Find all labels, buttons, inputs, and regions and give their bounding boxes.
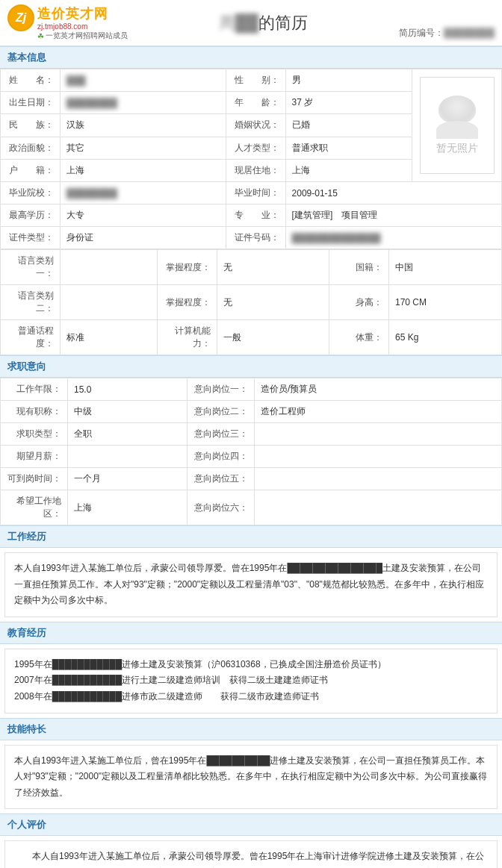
basic-info-table-2: 语言类别一： 掌握程度： 无 国籍： 中国 语言类别二： 掌握程度： 无 身高：… bbox=[0, 249, 502, 355]
skills-content: 本人自1993年进入某施工单位后，曾在1995年在██████████进修土建及… bbox=[4, 745, 498, 810]
label-computer: 计算机能力： bbox=[158, 320, 217, 355]
section-basic-info: 基本信息 bbox=[0, 46, 502, 69]
value-marital: 已婚 bbox=[285, 114, 412, 137]
value-prof2: 无 bbox=[217, 285, 329, 320]
label-gender: 性 别： bbox=[226, 69, 285, 92]
basic-info-table: 姓 名： ███ 性 别： 男 暂无照片 出生日期： ████████ 年 龄：… bbox=[0, 69, 502, 249]
value-gender: 男 bbox=[285, 69, 412, 92]
label-type: 求职类型： bbox=[1, 423, 68, 446]
value-avail: 一个月 bbox=[68, 468, 188, 490]
value-pos3 bbox=[255, 423, 502, 446]
label-school: 毕业院校： bbox=[1, 182, 61, 204]
label-pos1: 意向岗位一： bbox=[188, 378, 255, 401]
value-years: 15.0 bbox=[68, 378, 188, 401]
label-huji: 户 籍： bbox=[1, 159, 61, 181]
value-politic: 其它 bbox=[61, 137, 226, 159]
edu-exp-content: 1995年在███████████进修土建及安装预算（沪06310368，已换成… bbox=[4, 649, 498, 714]
label-reside: 现居住地： bbox=[226, 159, 285, 181]
photo-cell: 暂无照片 bbox=[412, 69, 502, 182]
label-name: 姓 名： bbox=[1, 69, 61, 92]
value-talent: 普通求职 bbox=[285, 137, 412, 159]
value-huji: 上海 bbox=[61, 159, 226, 181]
value-lang1 bbox=[61, 250, 158, 285]
label-pos5: 意向岗位五： bbox=[188, 468, 255, 490]
photo-placeholder: 暂无照片 bbox=[420, 77, 495, 174]
value-mandarin: 标准 bbox=[61, 320, 158, 355]
label-pos3: 意向岗位三： bbox=[188, 423, 255, 446]
value-height: 170 CM bbox=[389, 285, 502, 320]
value-weight: 65 Kg bbox=[389, 320, 502, 355]
label-marital: 婚姻状况： bbox=[226, 114, 285, 137]
value-title: 中级 bbox=[68, 401, 188, 423]
value-gradtime: 2009-01-15 bbox=[285, 182, 501, 204]
logo-tagline: ☘一览英才网招聘网站成员 bbox=[37, 31, 128, 41]
label-prof2: 掌握程度： bbox=[158, 285, 217, 320]
label-idtype: 证件类型： bbox=[1, 227, 61, 249]
value-pos2: 造价工程师 bbox=[255, 401, 502, 423]
label-pos4: 意向岗位四： bbox=[188, 446, 255, 468]
value-pos4 bbox=[255, 446, 502, 468]
leaf-icon: ☘ bbox=[37, 32, 44, 40]
self-eval-content: 本人自1993年进入某施工单位后，承蒙公司领导厚爱。曾在1995年在上海审计进修… bbox=[4, 840, 498, 868]
value-pos5 bbox=[255, 468, 502, 490]
work-exp-content: 本人自1993年进入某施工单位后，承蒙公司领导厚爱。曾在1995年在██████… bbox=[4, 552, 498, 617]
value-nation: 中国 bbox=[389, 250, 502, 285]
label-title: 现有职称： bbox=[1, 401, 68, 423]
value-name: ███ bbox=[61, 69, 226, 92]
value-salary bbox=[68, 446, 188, 468]
label-major: 专 业： bbox=[226, 204, 285, 227]
label-edu: 最高学历： bbox=[1, 204, 61, 227]
page-header: Zj 造价英才网 zj.tmjob88.com ☘一览英才网招聘网站成员 周██… bbox=[0, 0, 502, 46]
value-idtype: 身份证 bbox=[61, 227, 226, 249]
value-pos6 bbox=[255, 490, 502, 525]
value-birth: ████████ bbox=[61, 92, 226, 114]
value-ethnic: 汉族 bbox=[61, 114, 226, 137]
label-politic: 政治面貌： bbox=[1, 137, 61, 159]
value-school: ████████ bbox=[61, 182, 226, 204]
value-reside: 上海 bbox=[285, 159, 412, 181]
logo-title: 造价英才网 bbox=[37, 4, 128, 22]
value-age: 37 岁 bbox=[285, 92, 412, 114]
label-loc: 希望工作地区： bbox=[1, 490, 68, 525]
value-prof1: 无 bbox=[217, 250, 329, 285]
section-edu-exp: 教育经历 bbox=[0, 622, 502, 644]
label-pos6: 意向岗位六： bbox=[188, 490, 255, 525]
label-age: 年 龄： bbox=[226, 92, 285, 114]
value-pos1: 造价员/预算员 bbox=[255, 378, 502, 401]
label-avail: 可到岗时间： bbox=[1, 468, 68, 490]
value-lang2 bbox=[61, 285, 158, 320]
logo-url: zj.tmjob88.com bbox=[37, 22, 128, 31]
label-birth: 出生日期： bbox=[1, 92, 61, 114]
intent-table: 工作年限： 15.0 意向岗位一： 造价员/预算员 现有职称： 中级 意向岗位二… bbox=[0, 378, 502, 525]
label-lang2: 语言类别二： bbox=[1, 285, 61, 320]
resume-id: 简历编号：████████ bbox=[399, 27, 495, 41]
label-ethnic: 民 族： bbox=[1, 114, 61, 137]
label-talent: 人才类型： bbox=[226, 137, 285, 159]
label-height: 身高： bbox=[329, 285, 389, 320]
value-major: [建筑管理] 项目管理 bbox=[285, 204, 501, 227]
label-years: 工作年限： bbox=[1, 378, 68, 401]
label-prof1: 掌握程度： bbox=[158, 250, 217, 285]
value-edu: 大专 bbox=[61, 204, 226, 227]
resume-title: 周██的简历 bbox=[128, 12, 399, 34]
label-nation: 国籍： bbox=[329, 250, 389, 285]
label-lang1: 语言类别一： bbox=[1, 250, 61, 285]
label-gradtime: 毕业时间： bbox=[226, 182, 285, 204]
label-salary: 期望月薪： bbox=[1, 446, 68, 468]
label-idno: 证件号码： bbox=[226, 227, 285, 249]
section-self-eval: 个人评价 bbox=[0, 814, 502, 836]
section-job-intent: 求职意向 bbox=[0, 355, 502, 378]
value-idno: ██████████████ bbox=[285, 227, 501, 249]
logo-badge: Zj bbox=[7, 4, 34, 31]
section-work-exp: 工作经历 bbox=[0, 525, 502, 548]
value-type: 全职 bbox=[68, 423, 188, 446]
section-skills: 技能特长 bbox=[0, 718, 502, 740]
avatar-icon bbox=[439, 96, 476, 124]
value-loc: 上海 bbox=[68, 490, 188, 525]
label-weight: 体重： bbox=[329, 320, 389, 355]
label-mandarin: 普通话程度： bbox=[1, 320, 61, 355]
value-computer: 一般 bbox=[217, 320, 329, 355]
site-logo[interactable]: Zj 造价英才网 zj.tmjob88.com ☘一览英才网招聘网站成员 bbox=[7, 4, 128, 41]
label-pos2: 意向岗位二： bbox=[188, 401, 255, 423]
